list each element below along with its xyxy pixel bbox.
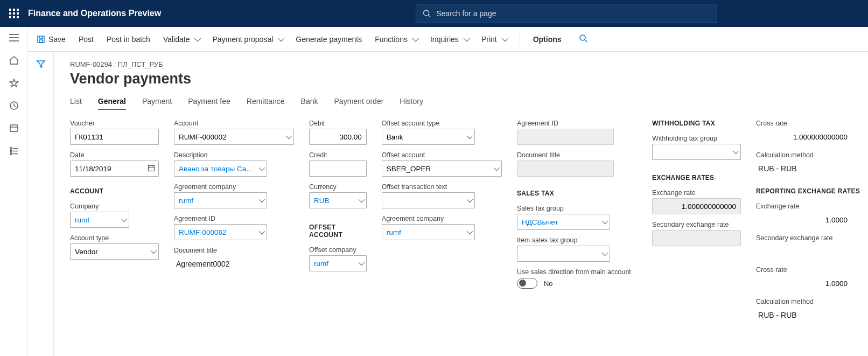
- company-select[interactable]: [70, 212, 129, 228]
- offset-txn-text-select[interactable]: [382, 192, 475, 208]
- global-search[interactable]: [416, 4, 717, 23]
- agr-id2-input[interactable]: [517, 129, 614, 145]
- save-icon: [37, 35, 45, 44]
- sales-tax-group-select[interactable]: [517, 214, 610, 230]
- filter-search-button[interactable]: [579, 34, 587, 44]
- rep-exchange-rate-input[interactable]: [756, 212, 852, 228]
- date-input[interactable]: [70, 160, 159, 177]
- secondary-rate-label: Secondary exchange rate: [652, 221, 741, 228]
- rep-cross-rate-input[interactable]: [756, 275, 852, 291]
- waffle-icon: [9, 9, 19, 18]
- generate-payments-button[interactable]: Generate payments: [296, 35, 362, 44]
- svg-rect-2: [17, 9, 19, 11]
- favorites-star-icon[interactable]: [9, 78, 19, 88]
- section-offset-account: OFFSET ACCOUNT: [309, 224, 367, 239]
- rep-secondary-rate-label: Secondary exchange rate: [756, 234, 852, 242]
- svg-rect-5: [17, 12, 19, 15]
- tab-general[interactable]: General: [98, 97, 126, 110]
- account-select[interactable]: [174, 129, 294, 145]
- print-dropdown[interactable]: Print: [481, 35, 507, 44]
- offset-account-select[interactable]: [382, 160, 502, 177]
- svg-line-10: [428, 15, 430, 17]
- search-icon: [579, 34, 587, 43]
- account-type-select[interactable]: [70, 243, 159, 260]
- post-in-batch-button[interactable]: Post in batch: [107, 35, 150, 44]
- waffle-launcher[interactable]: [0, 9, 28, 18]
- debit-label: Debit: [309, 120, 367, 127]
- cross-rate-label: Cross rate: [756, 120, 852, 127]
- credit-label: Credit: [309, 151, 367, 159]
- app-title: Finance and Operations Preview: [28, 9, 161, 18]
- withholding-group-label: Withholding tax group: [652, 135, 741, 142]
- funnel-filter-button[interactable]: [36, 59, 46, 356]
- rep-secondary-rate-input[interactable]: [756, 243, 852, 260]
- svg-rect-8: [17, 16, 19, 18]
- svg-rect-15: [10, 125, 18, 131]
- offset-account-type-select[interactable]: [382, 129, 475, 145]
- save-button[interactable]: Save: [37, 35, 66, 44]
- home-icon[interactable]: [9, 55, 19, 66]
- filter-rail: [28, 52, 54, 356]
- tab-remittance[interactable]: Remittance: [247, 97, 285, 110]
- options-button[interactable]: Options: [533, 35, 562, 44]
- tab-payment-order[interactable]: Payment order: [334, 97, 384, 110]
- modules-list-icon[interactable]: [9, 145, 19, 156]
- description-select[interactable]: [174, 160, 267, 177]
- svg-rect-21: [10, 153, 12, 155]
- svg-point-25: [580, 35, 585, 40]
- post-button[interactable]: Post: [79, 35, 94, 44]
- offset-company-select[interactable]: [309, 255, 367, 271]
- page-body: RUMF-00294 : ПЛ_ПСТ_РУБ Vendor payments …: [54, 52, 868, 356]
- tab-bank[interactable]: Bank: [301, 97, 318, 110]
- inquiries-dropdown[interactable]: Inquiries: [430, 35, 468, 44]
- voucher-input[interactable]: [70, 129, 159, 145]
- hamburger-icon[interactable]: [9, 32, 19, 43]
- item-sales-tax-group-select[interactable]: [517, 246, 610, 262]
- secondary-rate-input[interactable]: [652, 230, 741, 246]
- credit-input[interactable]: [309, 160, 367, 177]
- use-sales-dir-label: Use sales direction from main account: [517, 268, 637, 276]
- payment-proposal-dropdown[interactable]: Payment proposal: [212, 35, 283, 44]
- offset-agr-company-label: Agreement company: [382, 215, 502, 222]
- top-navbar: Finance and Operations Preview: [0, 0, 868, 27]
- sales-tax-group-label: Sales tax group: [517, 205, 637, 212]
- svg-rect-24: [39, 40, 43, 43]
- tab-payment[interactable]: Payment: [142, 97, 172, 110]
- detail-tabs: ListGeneralPaymentPayment feeRemittanceB…: [70, 97, 852, 110]
- recent-clock-icon[interactable]: [9, 100, 19, 111]
- rep-cross-rate-label: Cross rate: [756, 266, 852, 274]
- agr-id-select[interactable]: [174, 224, 267, 240]
- section-reporting-exchange: REPORTING EXCHANGE RATES: [756, 187, 852, 195]
- use-sales-dir-toggle[interactable]: [517, 278, 537, 289]
- doc-title-label: Document title: [174, 247, 294, 254]
- workspaces-icon[interactable]: [9, 123, 19, 134]
- functions-dropdown[interactable]: Functions: [375, 35, 417, 44]
- withholding-group-select[interactable]: [652, 144, 741, 160]
- debit-input[interactable]: [309, 129, 367, 145]
- tab-list[interactable]: List: [70, 97, 82, 110]
- search-icon: [423, 9, 431, 18]
- tab-payment-fee[interactable]: Payment fee: [188, 97, 230, 110]
- offset-agr-company-select[interactable]: [382, 224, 475, 240]
- currency-label: Currency: [309, 183, 367, 191]
- exchange-rate-input[interactable]: [652, 198, 741, 214]
- agr-id2-label: Agreement ID: [517, 120, 637, 127]
- svg-rect-17: [10, 148, 12, 149]
- agr-company-select[interactable]: [174, 192, 267, 208]
- currency-select[interactable]: [309, 192, 367, 208]
- rep-exchange-rate-label: Exchange rate: [756, 203, 852, 210]
- validate-dropdown[interactable]: Validate: [163, 35, 200, 44]
- tab-history[interactable]: History: [400, 97, 423, 110]
- account-type-label: Account type: [70, 234, 159, 242]
- section-account: ACCOUNT: [70, 187, 159, 195]
- use-sales-dir-value: No: [544, 280, 553, 288]
- cross-rate-input[interactable]: [756, 129, 852, 145]
- calendar-icon[interactable]: [148, 164, 155, 173]
- svg-rect-27: [148, 165, 154, 171]
- global-search-input[interactable]: [436, 9, 710, 18]
- save-label: Save: [48, 35, 66, 44]
- section-sales-tax: SALES TAX: [517, 190, 637, 197]
- offset-company-label: Offset company: [309, 246, 367, 254]
- left-nav-rail: [0, 27, 28, 356]
- svg-rect-3: [9, 12, 11, 15]
